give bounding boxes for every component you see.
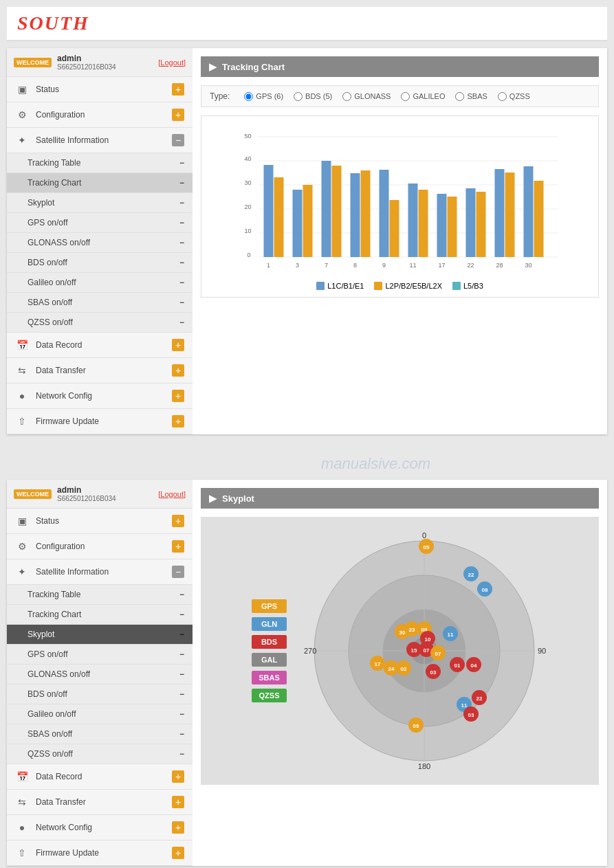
svg-text:07: 07: [423, 647, 429, 654]
sub-glonass-onoff-1[interactable]: GLONASS on/off −: [7, 233, 193, 253]
sub-minus-qzss-2[interactable]: −: [179, 749, 184, 759]
nav-plus-status-2[interactable]: +: [172, 515, 184, 527]
svg-text:10: 10: [424, 636, 430, 643]
radio-qzss[interactable]: QZSS: [498, 92, 530, 101]
nav-plus-config-2[interactable]: +: [172, 540, 184, 553]
sub-minus-sbas-2[interactable]: −: [179, 729, 184, 739]
nav-plus-data-record-1[interactable]: +: [172, 339, 184, 351]
svg-text:3: 3: [296, 262, 299, 269]
nav-network-config-1[interactable]: ● Network Config +: [7, 383, 193, 409]
sub-minus-glonass-1[interactable]: −: [179, 238, 184, 247]
main-content-skyplot: ▶ Skyplot GPS GLN BDS GAL SBAS QZSS: [193, 480, 607, 866]
sub-label-glonass-1: GLONASS on/off: [28, 238, 179, 247]
radio-galileo[interactable]: GALILEO: [401, 92, 445, 101]
nav-label-satellite-2: Satellite Information: [36, 567, 172, 577]
radio-input-glonass[interactable]: [342, 92, 351, 101]
logout-button-2[interactable]: [Logout]: [158, 490, 186, 498]
svg-text:23: 23: [408, 627, 415, 633]
nav-satellite-2[interactable]: ✦ Satellite Information −: [7, 559, 193, 585]
sub-minus-qzss-1[interactable]: −: [179, 318, 184, 327]
svg-rect-29: [505, 173, 515, 257]
svg-rect-18: [351, 173, 360, 257]
radio-gps[interactable]: GPS (6): [244, 92, 283, 101]
nav-data-record-1[interactable]: 📅 Data Record +: [7, 333, 193, 358]
sub-minus-galileo-2[interactable]: −: [179, 709, 184, 719]
nav-plus-config-1[interactable]: +: [172, 109, 184, 121]
nav-config-1[interactable]: ⚙ Configuration +: [7, 102, 193, 128]
svg-text:270: 270: [304, 647, 316, 655]
nav-plus-data-transfer-2[interactable]: +: [172, 796, 184, 808]
sub-qzss-onoff-1[interactable]: QZSS on/off −: [7, 313, 193, 333]
nav-plus-data-record-2[interactable]: +: [172, 770, 184, 783]
nav-status-2[interactable]: ▣ Status +: [7, 509, 193, 534]
nav-plus-network-2[interactable]: +: [172, 821, 184, 834]
nav-data-transfer-2[interactable]: ⇆ Data Transfer +: [7, 790, 193, 815]
sub-minus-bds-1[interactable]: −: [179, 258, 184, 267]
sub-tracking-chart-1[interactable]: Tracking Chart −: [7, 173, 193, 193]
nav-plus-data-transfer-1[interactable]: +: [172, 364, 184, 377]
svg-text:02: 02: [400, 666, 406, 672]
sub-sbas-onoff-2[interactable]: SBAS on/off −: [7, 724, 193, 744]
nav-minus-satellite-1[interactable]: −: [172, 134, 184, 146]
sub-skyplot-2[interactable]: Skyplot −: [7, 625, 193, 645]
nav-plus-status-1[interactable]: +: [172, 83, 184, 96]
sub-minus-bds-2[interactable]: −: [179, 689, 184, 699]
sub-minus-gps-1[interactable]: −: [179, 218, 184, 227]
sub-tracking-chart-2[interactable]: Tracking Chart −: [7, 605, 193, 625]
radio-input-bds[interactable]: [294, 92, 303, 101]
svg-rect-22: [408, 183, 418, 257]
sub-minus-galileo-1[interactable]: −: [179, 278, 184, 287]
sub-gps-onoff-2[interactable]: GPS on/off −: [7, 645, 193, 665]
sub-minus-tracking-chart-1[interactable]: −: [179, 178, 184, 188]
sub-minus-sbas-1[interactable]: −: [179, 298, 184, 307]
star-icon-2: ✦: [15, 565, 29, 579]
radio-input-gps[interactable]: [244, 92, 253, 101]
sub-bds-onoff-2[interactable]: BDS on/off −: [7, 685, 193, 704]
sub-tracking-table-2[interactable]: Tracking Table −: [7, 585, 193, 605]
sub-qzss-onoff-2[interactable]: QZSS on/off −: [7, 744, 193, 764]
nav-plus-network-1[interactable]: +: [172, 390, 184, 402]
sub-minus-skyplot-1[interactable]: −: [179, 198, 184, 208]
sub-minus-tracking-chart-2[interactable]: −: [179, 610, 184, 619]
sub-minus-tracking-table-1[interactable]: −: [179, 158, 184, 168]
logout-button-1[interactable]: [Logout]: [158, 58, 186, 67]
nav-data-record-2[interactable]: 📅 Data Record +: [7, 764, 193, 790]
nav-config-2[interactable]: ⚙ Configuration +: [7, 534, 193, 559]
nav-data-transfer-1[interactable]: ⇆ Data Transfer +: [7, 358, 193, 383]
radio-sbas[interactable]: SBAS: [455, 92, 487, 101]
sub-galileo-onoff-2[interactable]: Galileo on/off −: [7, 704, 193, 724]
sub-minus-gps-2[interactable]: −: [179, 649, 184, 659]
sub-glonass-onoff-2[interactable]: GLONASS on/off −: [7, 665, 193, 685]
sub-minus-tracking-table-2[interactable]: −: [179, 590, 184, 599]
nav-network-config-2[interactable]: ● Network Config +: [7, 815, 193, 841]
sub-minus-glonass-2[interactable]: −: [179, 669, 184, 679]
sub-sbas-onoff-1[interactable]: SBAS on/off −: [7, 293, 193, 313]
nav-status-1[interactable]: ▣ Status +: [7, 77, 193, 102]
nav-plus-firmware-2[interactable]: +: [172, 847, 184, 859]
sub-galileo-onoff-1[interactable]: Galileo on/off −: [7, 273, 193, 293]
svg-text:40: 40: [245, 155, 252, 162]
svg-text:0: 0: [422, 531, 426, 539]
radio-glonass[interactable]: GLONASS: [342, 92, 391, 101]
sub-minus-skyplot-2[interactable]: −: [179, 630, 184, 639]
svg-text:07: 07: [435, 651, 441, 657]
svg-rect-12: [264, 165, 274, 257]
nav-firmware-2[interactable]: ⇧ Firmware Update +: [7, 841, 193, 866]
radio-bds[interactable]: BDS (5): [294, 92, 332, 101]
user-id-1: S6625012016B034: [57, 63, 158, 71]
radio-input-galileo[interactable]: [401, 92, 410, 101]
nav-firmware-1[interactable]: ⇧ Firmware Update +: [7, 409, 193, 434]
nav-satellite-1[interactable]: ✦ Satellite Information −: [7, 128, 193, 153]
radio-input-qzss[interactable]: [498, 92, 507, 101]
sub-bds-onoff-1[interactable]: BDS on/off −: [7, 253, 193, 273]
nav-minus-satellite-2[interactable]: −: [172, 566, 184, 578]
sub-tracking-table-1[interactable]: Tracking Table −: [7, 153, 193, 173]
radio-input-sbas[interactable]: [455, 92, 464, 101]
svg-text:03: 03: [430, 669, 436, 676]
sub-gps-onoff-1[interactable]: GPS on/off −: [7, 213, 193, 233]
svg-text:180: 180: [418, 762, 430, 770]
sub-skyplot-1[interactable]: Skyplot −: [7, 193, 193, 213]
svg-rect-13: [274, 177, 284, 257]
logo: SOUTH: [17, 12, 597, 34]
nav-plus-firmware-1[interactable]: +: [172, 415, 184, 427]
